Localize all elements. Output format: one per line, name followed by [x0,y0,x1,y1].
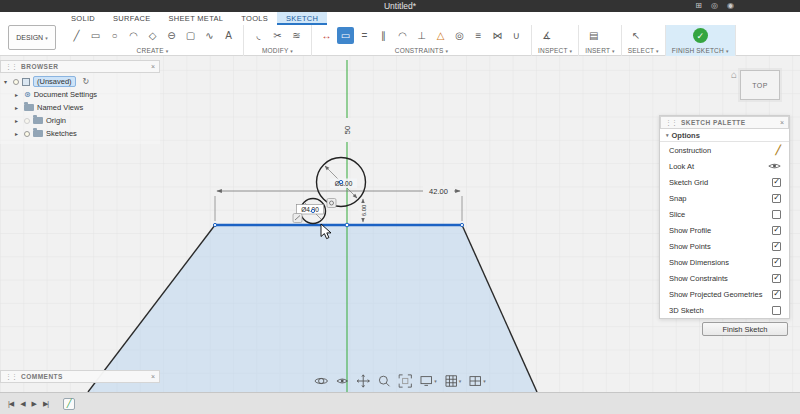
palette-header[interactable]: ⋮⋮ SKETCH PALETTE × [660,116,789,129]
group-label-select[interactable]: SELECT ▾ [628,46,659,56]
workspace-switcher[interactable]: DESIGN ▾ [8,25,56,50]
endpoint-right[interactable] [460,223,463,226]
tab-surface[interactable]: SURFACE [104,12,160,25]
notifications-icon[interactable]: ◎ [711,2,718,10]
browser-header[interactable]: ⋮⋮ BROWSER × [0,60,160,73]
constraint-badge-tangent[interactable] [327,199,336,208]
group-label-constraints[interactable]: CONSTRAINTS ▾ [318,46,525,56]
finish-sketch-label[interactable]: FINISH SKETCH ▾ [672,46,729,56]
group-label-insert[interactable]: INSERT ▾ [585,46,615,56]
step-back-button[interactable]: ◀ [20,400,24,408]
go-to-start-button[interactable]: |◀ [8,400,13,408]
coincident-icon[interactable]: ▭ [337,27,354,44]
browser-row-named-views[interactable]: ▸ Named Views [0,101,160,114]
drag-handle-icon[interactable]: ⋮⋮ [5,373,17,381]
tab-solid[interactable]: SOLID [62,12,104,25]
show-points-checkbox[interactable]: ✓ [772,242,781,251]
select-cursor-icon[interactable]: ↖ [628,27,645,44]
show-dimensions-checkbox[interactable]: ✓ [772,258,781,267]
pan-button[interactable] [356,374,370,388]
palette-options-section[interactable]: ▾ Options [660,129,789,142]
show-constraints-checkbox[interactable]: ✓ [772,274,781,283]
constraint-badge-coincident[interactable] [293,214,302,223]
timeline-sketch-feature-icon[interactable]: ╱ [63,398,75,410]
offset-icon[interactable]: ≋ [288,27,305,44]
concentric-icon[interactable]: ◎ [451,27,468,44]
fit-button[interactable] [398,374,412,388]
look-at-button[interactable] [335,374,349,388]
group-label-inspect[interactable]: INSPECT ▾ [538,46,572,56]
browser-row-origin[interactable]: ▸ Origin [0,114,160,127]
measure-icon[interactable]: ∡ [538,27,555,44]
finish-sketch-button[interactable]: Finish Sketch [702,322,788,336]
insert-image-icon[interactable]: ▤ [585,27,602,44]
close-icon[interactable]: × [151,373,155,380]
visibility-bulb-icon[interactable] [24,131,30,137]
midpoint-icon[interactable]: △ [432,27,449,44]
arc-icon[interactable]: ◠ [125,27,142,44]
save-status-icon[interactable]: ↻ [83,77,90,86]
finish-sketch-check-icon[interactable]: ✓ [693,28,708,43]
document-name[interactable]: (Unsaved) [33,76,76,87]
origin-point[interactable] [345,223,349,227]
group-label-modify[interactable]: MODIFY ▾ [250,46,305,56]
visibility-bulb-icon[interactable] [13,79,19,85]
tab-sketch[interactable]: SKETCH [277,12,327,25]
curvature-icon[interactable]: ∪ [508,27,525,44]
look-at-icon[interactable] [768,162,781,171]
viewcube[interactable]: TOP [740,70,780,100]
drag-handle-icon[interactable]: ⋮⋮ [665,119,677,127]
expander-icon[interactable]: ▸ [15,104,21,111]
drag-handle-icon[interactable]: ⋮⋮ [5,63,17,71]
dimension-height[interactable]: 50 [342,118,352,142]
go-to-end-button[interactable]: ▶| [43,400,48,408]
visibility-bulb-icon[interactable] [24,118,30,124]
collinear-icon[interactable]: ≡ [470,27,487,44]
snap-checkbox[interactable]: ✓ [772,194,781,203]
tab-tools[interactable]: TOOLS [232,12,277,25]
center-point-small[interactable] [311,209,314,212]
viewports-button[interactable]: ▾ [468,374,486,388]
line-icon[interactable]: ╱ [68,27,85,44]
toolbar-group-finish-sketch[interactable]: ✓FINISH SKETCH ▾ [666,25,736,56]
center-point-large[interactable] [339,180,342,183]
horizontal-vertical-icon[interactable]: = [356,27,373,44]
perpendicular-icon[interactable]: ⊥ [413,27,430,44]
symmetry-icon[interactable]: ⋈ [489,27,506,44]
grid-snap-button[interactable]: ▾ [444,374,462,388]
rectangle-icon[interactable]: ▭ [87,27,104,44]
group-label-create[interactable]: CREATE ▾ [68,46,237,56]
expander-icon[interactable]: ▸ [15,130,21,137]
play-button[interactable]: ▶ [32,400,36,408]
polygon-icon[interactable]: ◇ [144,27,161,44]
slot-icon[interactable]: ▢ [182,27,199,44]
zoom-button[interactable] [377,374,391,388]
close-icon[interactable]: × [780,119,784,126]
text-icon[interactable]: A [220,27,237,44]
sketch-dimension-icon[interactable]: ↔ [318,27,335,44]
endpoint-left[interactable] [213,223,216,226]
show-projected-geometries-checkbox[interactable]: ✓ [772,290,781,299]
fillet-icon[interactable]: ◟ [250,27,267,44]
tangent-icon[interactable]: ◠ [394,27,411,44]
expander-icon[interactable]: ▸ [15,117,21,124]
browser-row-root[interactable]: ▾ (Unsaved) ↻ [0,75,160,88]
3d-sketch-checkbox[interactable] [772,306,781,315]
spline-icon[interactable]: ∿ [201,27,218,44]
construction-line-icon[interactable]: ╱ [776,145,781,155]
ellipse-icon[interactable]: ⊖ [163,27,180,44]
tab-sheet-metal[interactable]: SHEET METAL [160,12,233,25]
browser-row-sketches[interactable]: ▸ Sketches [0,127,160,140]
close-icon[interactable]: × [151,63,155,70]
display-settings-button[interactable]: ▾ [419,374,437,388]
show-profile-checkbox[interactable]: ✓ [772,226,781,235]
sketch-grid-checkbox[interactable]: ✓ [772,178,781,187]
home-icon[interactable]: ⌂ [731,70,737,80]
circle-icon[interactable]: ○ [106,27,123,44]
profile-icon[interactable]: ◉ [727,2,734,10]
browser-row-document-settings[interactable]: ▸ ⊛ Document Settings [0,88,160,101]
comments-header[interactable]: ⋮⋮ COMMENTS × [0,370,160,383]
expander-icon[interactable]: ▸ [15,91,21,98]
parallel-icon[interactable]: ∥ [375,27,392,44]
extensions-icon[interactable]: ⊞ [695,2,702,10]
